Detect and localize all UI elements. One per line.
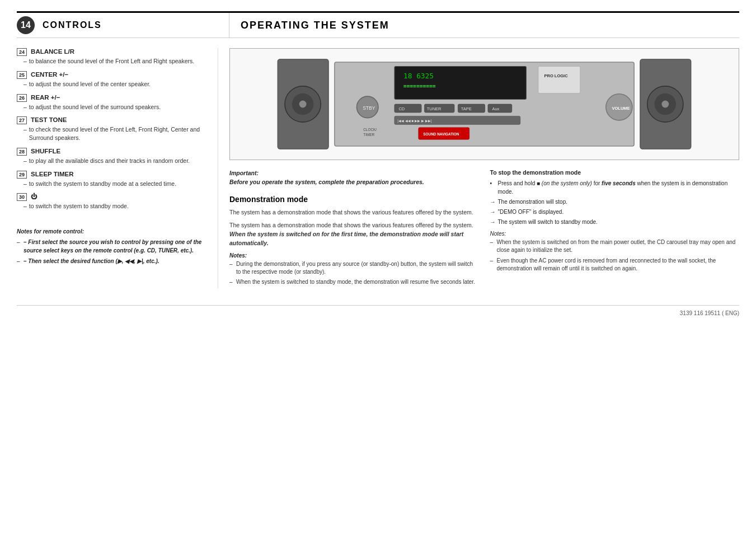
demo-notes-list: During the demonstration, if you press a… [229, 260, 479, 286]
control-num-28: 28 [17, 148, 27, 156]
notes-remote-item-1: – First select the source you wish to co… [17, 238, 206, 255]
control-power: 30 ⏻ – to switch the system to standby m… [17, 193, 206, 210]
control-test-tone: 27 TEST TONE – to check the sound level … [17, 116, 206, 142]
control-num-24: 24 [17, 48, 27, 56]
svg-text:CLOCK/: CLOCK/ [363, 128, 377, 132]
notes-remote-item-2: – Then select the desired function (▶, ◀… [17, 257, 206, 265]
stop-demo-list: Press and hold ■ (on the system only) fo… [490, 179, 740, 226]
svg-rect-8 [538, 67, 580, 93]
control-shuffle: 28 SHUFFLE – to play all the available d… [17, 148, 206, 165]
device-image: 18 6325 ≡≡≡≡≡≡≡≡≡≡ PRO LOGIC STBY CD TUN… [229, 48, 739, 160]
svg-point-29 [661, 101, 669, 108]
control-num-30: 30 [17, 193, 27, 201]
control-sleep-timer: 29 SLEEP TIMER – to switch the system to… [17, 171, 206, 188]
right-column: 18 6325 ≡≡≡≡≡≡≡≡≡≡ PRO LOGIC STBY CD TUN… [218, 48, 739, 288]
important-label: Important: [229, 170, 259, 176]
notes-remote: Notes for remote control: – First select… [17, 227, 206, 265]
notes-remote-list: – First select the source you wish to co… [17, 238, 206, 265]
demo-notes: Notes: During the demonstration, if you … [229, 252, 479, 286]
important-text: Before you operate the system, complete … [229, 179, 424, 185]
left-column: 24 BALANCE L/R – to balance the sound le… [17, 48, 218, 288]
control-rear: 26 REAR +/− – to adjust the sound level … [17, 94, 206, 111]
control-name-29: SLEEP TIMER [31, 171, 73, 177]
svg-text:TIMER: TIMER [363, 133, 374, 137]
stop-demo-note-2: Even though the AC power cord is removed… [490, 257, 740, 273]
device-illustration: 18 6325 ≡≡≡≡≡≡≡≡≡≡ PRO LOGIC STBY CD TUN… [234, 53, 734, 155]
page-header: 14 CONTROLS OPERATING THE SYSTEM [17, 11, 739, 38]
svg-point-3 [299, 101, 307, 108]
control-center: 25 CENTER +/− – to adjust the sound leve… [17, 71, 206, 88]
control-desc-25: to adjust the sound level of the center … [29, 80, 151, 88]
stop-demo-notes-label: Notes: [490, 231, 740, 237]
svg-text:TUNER: TUNER [427, 106, 442, 111]
stop-demo-heading: To stop the demonstration mode [490, 169, 740, 176]
control-desc-28: to play all the available discs and thei… [29, 157, 190, 165]
demo-note-2: When the system is switched to standby m… [229, 278, 479, 286]
control-name-25: CENTER +/− [31, 71, 68, 78]
svg-text:SOUND NAVIGATION: SOUND NAVIGATION [423, 132, 459, 136]
control-name-27: TEST TONE [31, 116, 67, 123]
control-num-25: 25 [17, 71, 27, 79]
right-bottom-right: To stop the demonstration mode Press and… [490, 169, 740, 288]
demo-body2: The system has a demonstration mode that… [229, 221, 479, 247]
important-note: Important: Before you operate the system… [229, 169, 479, 187]
svg-text:STBY: STBY [363, 105, 375, 111]
control-num-27: 27 [17, 116, 27, 124]
control-name-28: SHUFFLE [31, 148, 60, 154]
demo-mode-heading: Demonstration mode [229, 195, 479, 204]
stop-demo-note-1: When the system is switched on from the … [490, 238, 740, 254]
control-name-24: BALANCE L/R [31, 48, 74, 55]
header-right: OPERATING THE SYSTEM [229, 13, 739, 38]
svg-rect-18 [488, 104, 512, 113]
header-left: 14 CONTROLS [17, 13, 229, 38]
svg-text:VOLUME: VOLUME [612, 106, 630, 111]
svg-text:TAPE: TAPE [461, 106, 472, 111]
svg-text:PRO LOGIC: PRO LOGIC [544, 73, 569, 78]
demo-body1: The system has a demonstration mode that… [229, 208, 479, 217]
stop-demo-arrow-1: The demonstration will stop. [490, 198, 740, 206]
stop-demo-arrow-3: The system will switch to standby mode. [490, 218, 740, 226]
svg-text:18    6325: 18 6325 [403, 72, 434, 80]
svg-text:Aux: Aux [492, 106, 499, 111]
control-desc-30: to switch the system to standby mode. [29, 202, 129, 210]
control-desc-26: to adjust the sound level of the surroun… [29, 103, 161, 111]
main-title: OPERATING THE SYSTEM [241, 20, 389, 31]
control-balance: 24 BALANCE L/R – to balance the sound le… [17, 48, 206, 65]
control-desc-27: to check the sound level of the Front Le… [29, 125, 206, 142]
control-name-30: ⏻ [31, 193, 37, 200]
stop-demo-bullet: Press and hold ■ (on the system only) fo… [490, 179, 740, 196]
left-section-title: CONTROLS [43, 20, 102, 30]
svg-text:|◀◀  ◀◀   ■   ▶▶  ▶   ▶▶|: |◀◀ ◀◀ ■ ▶▶ ▶ ▶▶| [397, 119, 431, 123]
right-bottom-left: Important: Before you operate the system… [229, 169, 479, 288]
stop-demo-notes-list: When the system is switched on from the … [490, 238, 740, 273]
notes-remote-title: Notes for remote control: [17, 227, 206, 236]
control-num-29: 29 [17, 171, 27, 179]
control-desc-24: to balance the sound level of the Front … [29, 57, 194, 65]
page-footer: 3139 116 19511 ( ENG) [17, 305, 739, 316]
stop-demo-arrow-2: "DEMO OFF" is displayed. [490, 208, 740, 216]
page-container: 14 CONTROLS OPERATING THE SYSTEM 24 BALA… [17, 11, 739, 316]
main-content: 24 BALANCE L/R – to balance the sound le… [17, 48, 739, 288]
demo-note-1: During the demonstration, if you press a… [229, 260, 479, 276]
control-num-26: 26 [17, 94, 27, 102]
control-name-26: REAR +/− [31, 94, 60, 101]
stop-demo-notes: Notes: When the system is switched on fr… [490, 231, 740, 273]
catalog-number: 3139 116 19511 ( ENG) [680, 310, 739, 316]
demo-notes-label: Notes: [229, 252, 479, 259]
svg-text:≡≡≡≡≡≡≡≡≡≡: ≡≡≡≡≡≡≡≡≡≡ [403, 83, 436, 89]
control-desc-29: to switch the system to standby mode at … [29, 180, 176, 188]
page-number: 14 [17, 16, 35, 34]
right-bottom: Important: Before you operate the system… [229, 169, 739, 288]
svg-text:CD: CD [398, 106, 405, 111]
